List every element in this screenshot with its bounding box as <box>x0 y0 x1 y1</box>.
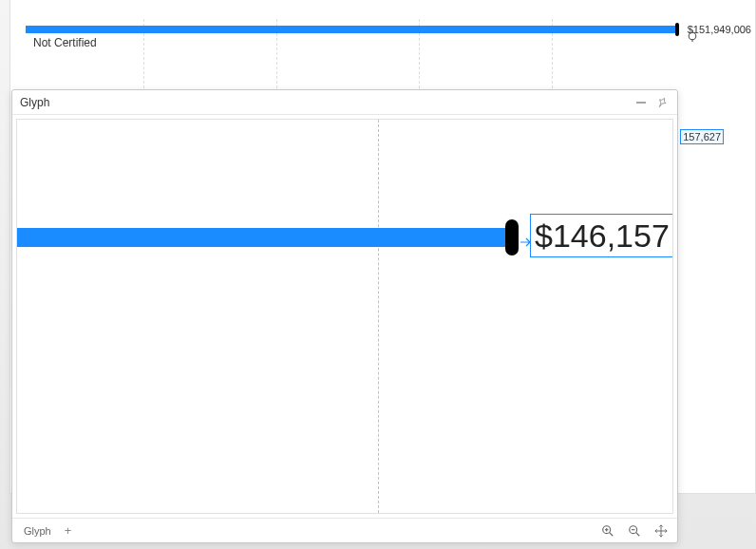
glyph-panel-footer: Glyph + <box>12 518 677 542</box>
canvas-guide <box>378 120 379 513</box>
glyph-panel-header[interactable]: Glyph <box>12 90 677 115</box>
chart-row-label: Not Certified <box>33 36 97 49</box>
glyph-bar[interactable] <box>17 228 511 247</box>
zoom-out-icon[interactable] <box>626 522 643 540</box>
glyph-canvas[interactable]: $146,157 <box>16 119 673 514</box>
glyph-value-label[interactable]: $146,157 <box>530 214 673 257</box>
chart-value-badge[interactable]: 157,627 <box>680 129 724 144</box>
add-layer-button[interactable]: + <box>65 523 72 538</box>
glyph-layer-tab[interactable]: Glyph <box>20 523 55 539</box>
svg-line-9 <box>636 532 640 536</box>
glyph-panel-title: Glyph <box>20 96 49 109</box>
svg-line-5 <box>610 532 614 536</box>
pan-icon[interactable] <box>652 522 670 540</box>
zoom-in-icon[interactable] <box>599 522 616 540</box>
chart-bar[interactable] <box>26 26 679 33</box>
glyph-editor-panel: Glyph $146,157 Glyph + <box>11 89 678 543</box>
pin-icon[interactable] <box>654 95 670 110</box>
glyph-marker[interactable] <box>505 219 519 256</box>
minimize-icon[interactable] <box>633 95 649 110</box>
chart-bar-marker[interactable] <box>675 23 679 36</box>
svg-point-0 <box>689 32 696 40</box>
cursor-icon <box>687 30 698 45</box>
